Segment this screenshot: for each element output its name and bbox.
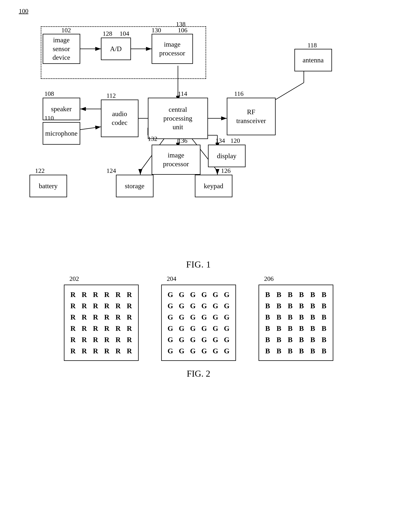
ref-128: 128 xyxy=(103,30,112,37)
block-image-sensor: imagesensordevice xyxy=(43,34,80,64)
grid-cell: R xyxy=(101,300,112,311)
grid-cell: G xyxy=(187,334,198,345)
grid-cell: R xyxy=(124,345,135,357)
grid-cell: B xyxy=(307,334,318,345)
block-keypad: keypad xyxy=(195,175,232,197)
grid-cell: B xyxy=(285,334,296,345)
grid-cell: B xyxy=(296,300,307,311)
grid-cell: R xyxy=(124,300,135,311)
grid-cell: G xyxy=(187,311,198,323)
grid-cell: B xyxy=(273,300,285,311)
grid-cell: B xyxy=(285,289,296,300)
grid-cell: B xyxy=(318,345,330,357)
grid-cell: B xyxy=(318,300,330,311)
ref-134: 134 xyxy=(216,137,225,144)
red-grid-wrapper: 202 R R R R R R R R R R R R R R R xyxy=(64,285,139,361)
grid-cell: G xyxy=(221,323,232,334)
grid-cell: G xyxy=(176,323,187,334)
grid-cell: B xyxy=(262,289,273,300)
grid-cell: G xyxy=(210,311,221,323)
grid-cell: G xyxy=(176,300,187,311)
grid-cell: G xyxy=(165,345,176,357)
grid-cell: B xyxy=(296,323,307,334)
fig2-section: 202 R R R R R R R R R R R R R R R xyxy=(15,285,382,379)
grid-cell: G xyxy=(221,311,232,323)
grid-cell: R xyxy=(112,323,124,334)
grid-cell: B xyxy=(273,334,285,345)
grid-cell: B xyxy=(285,323,296,334)
grid-cell: R xyxy=(90,311,101,323)
grid-cell: G xyxy=(221,300,232,311)
page: 100 xyxy=(0,0,397,532)
grid-cell: B xyxy=(307,300,318,311)
ref-116: 116 xyxy=(234,90,244,97)
ref-206: 206 xyxy=(264,275,274,282)
ref-126: 126 xyxy=(221,167,231,174)
grid-cell: B xyxy=(307,323,318,334)
grid-cell: R xyxy=(79,300,90,311)
block-ad: A/D xyxy=(101,37,131,60)
ref-130: 130 xyxy=(152,27,161,34)
block-audio-codec: audiocodec xyxy=(101,99,138,137)
ref-202: 202 xyxy=(69,275,79,282)
grid-cell: R xyxy=(68,311,79,323)
grid-cell: G xyxy=(176,311,187,323)
grid-cell: G xyxy=(198,300,210,311)
grid-cell: B xyxy=(318,323,330,334)
grid-cell: R xyxy=(79,323,90,334)
grid-cell: B xyxy=(273,289,285,300)
grid-cell: B xyxy=(262,311,273,323)
grid-cell: R xyxy=(112,311,124,323)
ref-132: 132 xyxy=(148,135,157,142)
fig1-diagram: 138 imagesensordevice 102 A/D 128 104 im… xyxy=(20,11,377,255)
grid-cell: R xyxy=(90,289,101,300)
grid-cell: G xyxy=(165,323,176,334)
grid-cell: G xyxy=(221,289,232,300)
grid-cell: B xyxy=(307,345,318,357)
grid-cell: B xyxy=(262,323,273,334)
grid-cell: B xyxy=(285,311,296,323)
ref-122: 122 xyxy=(35,167,45,174)
grid-cell: G xyxy=(176,289,187,300)
grid-cell: G xyxy=(198,289,210,300)
grid-cell: B xyxy=(273,345,285,357)
grid-cell: R xyxy=(79,289,90,300)
block-microphone: microphone xyxy=(43,122,80,145)
ref-120: 120 xyxy=(230,137,240,144)
block-display: display xyxy=(208,145,246,167)
block-image-processor-bottom: imageprocessor xyxy=(152,145,200,175)
green-grid-wrapper: 204 G G G G G G G G G G G G G G G xyxy=(161,285,236,361)
blue-grid-wrapper: 206 B B B B B B B B B B B B B B B xyxy=(259,285,333,361)
grid-cell: G xyxy=(198,334,210,345)
ref-104: 104 xyxy=(120,30,129,37)
grid-cell: G xyxy=(165,300,176,311)
grid-cell: R xyxy=(124,311,135,323)
grid-cell: R xyxy=(124,289,135,300)
grid-cell: B xyxy=(273,311,285,323)
grid-cell: R xyxy=(101,323,112,334)
grid-cell: R xyxy=(68,345,79,357)
grid-cell: B xyxy=(285,345,296,357)
block-image-processor-top: imageprocessor xyxy=(152,34,193,64)
grid-cell: B xyxy=(285,300,296,311)
block-antenna: antenna xyxy=(294,49,332,71)
grid-cell: G xyxy=(221,334,232,345)
grid-cell: G xyxy=(165,334,176,345)
grid-cell: R xyxy=(90,300,101,311)
grid-cell: R xyxy=(112,334,124,345)
grid-cell: R xyxy=(101,289,112,300)
grid-cell: B xyxy=(262,334,273,345)
grid-cell: B xyxy=(273,323,285,334)
ref-124: 124 xyxy=(106,167,116,174)
grid-cell: R xyxy=(90,323,101,334)
grid-cell: R xyxy=(90,345,101,357)
grid-cell: R xyxy=(112,345,124,357)
grid-cell: R xyxy=(79,311,90,323)
block-cpu: centralprocessingunit xyxy=(148,98,208,139)
grid-cell: G xyxy=(165,311,176,323)
grid-cell: B xyxy=(307,289,318,300)
grid-cell: G xyxy=(187,323,198,334)
grid-cell: G xyxy=(198,311,210,323)
blue-grid: B B B B B B B B B B B B B B B B B xyxy=(259,285,333,361)
grid-cell: B xyxy=(296,334,307,345)
